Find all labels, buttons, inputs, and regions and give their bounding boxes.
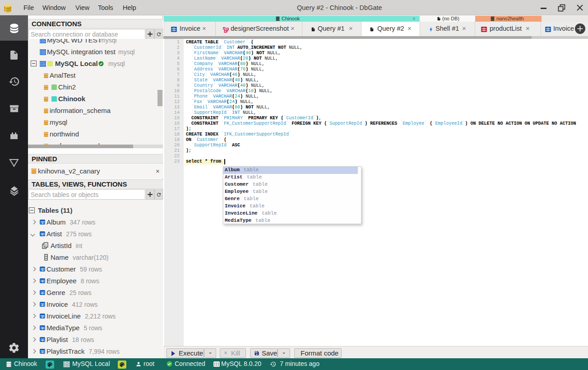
svg-text:1: 1 [45, 243, 47, 247]
